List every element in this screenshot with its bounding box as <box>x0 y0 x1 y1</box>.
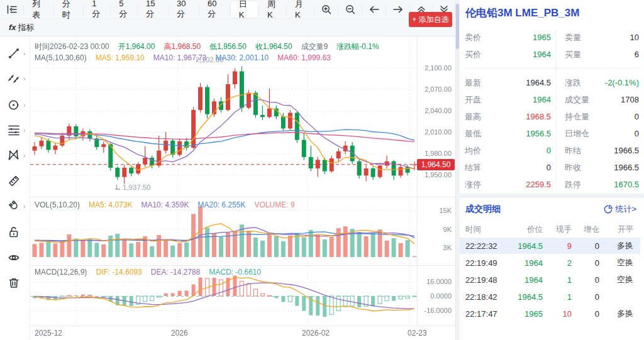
last-price-badge: 1,964.50 <box>417 159 455 170</box>
ma-title: MA(5,10,30,60) <box>35 53 87 62</box>
ohlc-volume: 成交量9 <box>301 41 328 52</box>
ohlc-time: 时间2026-02-23 00:00 <box>35 41 109 52</box>
add-watchlist-button[interactable]: + 添加自选 <box>409 12 452 27</box>
chevron-right-icon[interactable]: › <box>23 50 26 57</box>
quote-row-avg: 均价0 昨结1966.5 <box>460 142 644 159</box>
ma60-value: MA60: 1,999.63 <box>277 53 331 62</box>
quote-row-bid: 买价1964 买量6 <box>460 46 644 63</box>
parallel-lines-tool-icon[interactable] <box>8 72 21 86</box>
tab-1min[interactable]: 1分 <box>84 0 111 19</box>
pie-chart-icon <box>604 205 613 214</box>
macd-dif: DIF: -14.6093 <box>96 268 142 277</box>
indicator-button[interactable]: 指标 <box>18 22 35 33</box>
unlock-tool-icon[interactable] <box>8 226 21 239</box>
chevron-right-icon[interactable]: › <box>23 101 26 109</box>
panel-scrollbar-thumb[interactable] <box>456 4 459 49</box>
volume-legend: VOL(5,10,20) MA5: 4.073K MA10: 4.359K MA… <box>35 200 295 209</box>
vol-title: VOL(5,10,20) <box>35 200 80 209</box>
ohlc-low: 低1,956.50 <box>209 41 247 52</box>
quote-row-high: 最高1968.5 持仓量0 <box>460 108 644 125</box>
instrument-title: 伦电铅3M LME_PB_3M <box>465 6 579 20</box>
zoom-out-icon[interactable] <box>338 0 362 19</box>
tab-5min[interactable]: 5分 <box>111 0 138 19</box>
trend-line-tool-icon[interactable] <box>8 47 21 61</box>
divider <box>555 30 556 189</box>
drawing-tools-sidebar: › › › › › › <box>0 36 30 340</box>
panel-splitter-track <box>455 0 460 340</box>
quote-row-open: 开盘1964 成交量1708 <box>460 91 644 108</box>
hook-icon <box>115 185 121 190</box>
ellipse-tool-icon[interactable] <box>8 99 21 112</box>
quote-row-settle: 结算0 昨收1966.5 <box>460 159 644 176</box>
chevron-right-icon[interactable]: › <box>23 202 26 210</box>
section-divider <box>460 194 644 198</box>
tab-list[interactable]: 列表 <box>24 0 54 19</box>
quote-row-last: 最新1964.5 涨跌-2(-0.1%) <box>460 74 644 91</box>
chevron-right-icon[interactable]: › <box>23 151 26 159</box>
collapse-panel-icon[interactable] <box>0 0 24 19</box>
ma5-value: MA5: 1,959.10 <box>96 53 145 62</box>
quote-row-ask: 卖价1965 卖量10 <box>460 29 644 46</box>
tab-intraday[interactable]: 分时 <box>54 0 84 19</box>
visibility-eye-tool-icon[interactable] <box>8 251 21 265</box>
ohlc-legend: 时间2026-02-23 00:00 开1,964.00 高1,968.50 低… <box>35 41 379 52</box>
chevron-right-icon[interactable]: › <box>23 126 26 134</box>
tab-15min[interactable]: 15分 <box>138 0 169 19</box>
fibonacci-lines-tool-icon[interactable] <box>8 124 21 138</box>
indicator-bar: fx 指标 <box>0 19 455 36</box>
chevron-right-icon[interactable]: › <box>23 75 26 82</box>
trade-detail-title: 成交明细 <box>465 204 501 215</box>
trade-row[interactable]: 22:19:491964 20 空换 <box>460 255 640 271</box>
ma30-value: MA30: 2,001.10 <box>216 53 269 62</box>
divider <box>464 68 640 69</box>
candlestick-chart[interactable] <box>30 36 455 340</box>
tab-monthly-k[interactable]: 月K <box>287 0 314 19</box>
trade-table-header: 时间价位 现手增仓 开平 <box>460 221 640 238</box>
vol-current: VOLUME: 9 <box>255 200 295 209</box>
magnet-tool-icon[interactable] <box>8 200 21 214</box>
tab-60min[interactable]: 60分 <box>199 0 230 19</box>
ohlc-change: 涨跌幅-0.1% <box>336 41 379 52</box>
pan-right-icon[interactable] <box>386 0 410 19</box>
trade-row[interactable]: 22:17:471965 100 多换 <box>460 305 640 322</box>
vol-ma5: MA5: 4.073K <box>89 200 132 209</box>
trade-row[interactable]: 22:19:481964 10 空换 <box>460 271 640 288</box>
tab-weekly-k[interactable]: 周K <box>259 0 287 19</box>
macd-legend: MACD(12,26,9) DIF: -14.6093 DEA: -14.278… <box>35 268 261 277</box>
tab-daily-k[interactable]: 日K <box>231 1 258 18</box>
ruler-tool-icon[interactable] <box>8 174 21 188</box>
ohlc-close: 收1,964.50 <box>255 41 292 52</box>
macd-value: MACD: -0.6610 <box>209 268 261 277</box>
ohlc-open: 开1,964.00 <box>118 41 155 52</box>
ohlc-high: 高1,968.50 <box>164 41 201 52</box>
statistics-link[interactable]: 统计> <box>604 204 636 215</box>
zoom-in-icon[interactable] <box>314 0 338 19</box>
vol-ma10: MA10: 4.359K <box>141 200 189 209</box>
pan-left-icon[interactable] <box>362 0 386 19</box>
pattern-tool-icon[interactable] <box>8 149 21 163</box>
macd-dea: DEA: -14.2788 <box>151 268 201 277</box>
delete-trash-tool-icon[interactable] <box>8 277 21 290</box>
chart-toolbar: 列表 分时 1分 5分 15分 30分 60分 日K 周K 月K <box>0 0 455 19</box>
low-price-marker: 1,937.50 <box>115 184 151 191</box>
quote-row-limit: 涨停2259.5 跌停1670.5 <box>460 176 644 193</box>
tab-30min[interactable]: 30分 <box>169 0 199 19</box>
quote-panel: 伦电铅3M LME_PB_3M 卖价1965 卖量10 买价1964 买量6 最… <box>460 0 644 340</box>
ma10-value: MA10: 1,967.73 <box>153 53 207 62</box>
trade-row[interactable]: 22:18:421964.5 10 <box>460 288 640 305</box>
macd-title: MACD(12,26,9) <box>35 268 87 277</box>
ma-legend: MA(5,10,30,60) MA5: 1,959.10 MA10: 1,967… <box>35 53 331 62</box>
trade-row[interactable]: 22:22:321964.5 90 多换 <box>460 238 640 254</box>
fx-icon: fx <box>9 23 16 32</box>
quote-row-low: 最低1956.5 日增仓0 <box>460 125 644 142</box>
trading-app-window: { "toolbar": { "items": ["列表","分时","1分",… <box>0 0 644 340</box>
vol-ma20: MA20: 6.255K <box>197 200 245 209</box>
